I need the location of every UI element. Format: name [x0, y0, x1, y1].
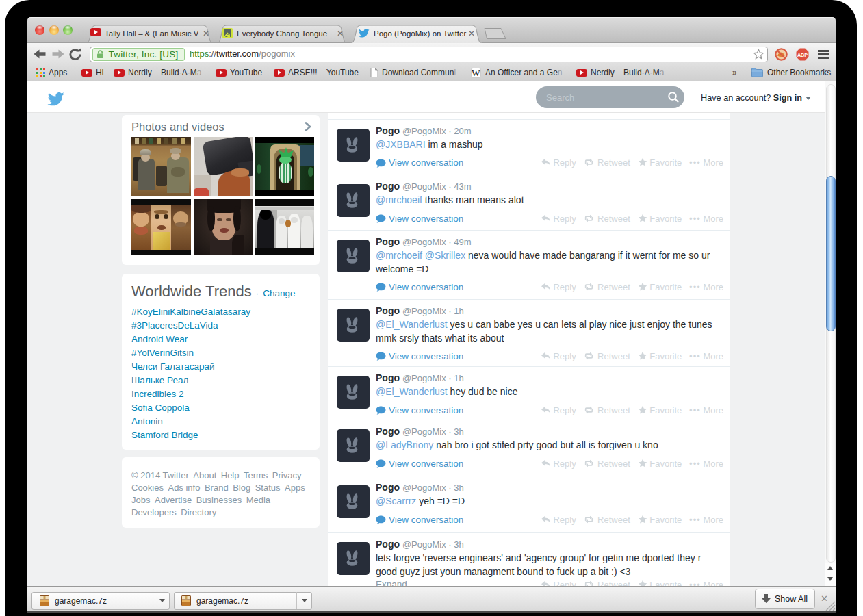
svg-text:ABP: ABP — [797, 52, 808, 58]
